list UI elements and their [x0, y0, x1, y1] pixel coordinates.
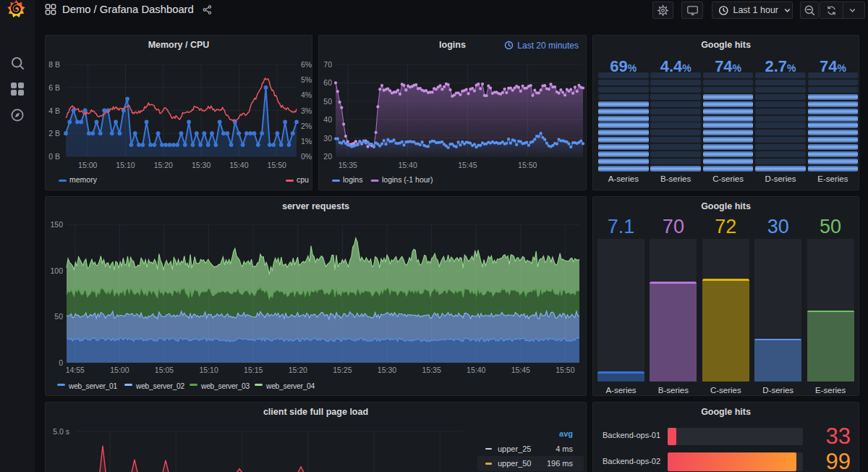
svg-text:15:00: 15:00: [78, 161, 97, 169]
svg-text:15:25: 15:25: [333, 366, 352, 374]
svg-text:8 B: 8 B: [48, 60, 60, 69]
svg-text:15:20: 15:20: [289, 366, 307, 374]
svg-text:15:10: 15:10: [199, 366, 218, 374]
svg-text:web_server_03: web_server_03: [200, 382, 250, 390]
svg-text:15:05: 15:05: [155, 366, 174, 374]
svg-text:memory: memory: [69, 175, 98, 184]
svg-text:60: 60: [323, 78, 332, 87]
svg-text:15:40: 15:40: [467, 366, 485, 374]
svg-text:14:55: 14:55: [66, 366, 85, 374]
svg-text:20: 20: [323, 152, 332, 161]
svg-text:15:20: 15:20: [154, 161, 173, 169]
svg-text:15:40: 15:40: [398, 161, 417, 169]
svg-text:web_server_04: web_server_04: [265, 382, 315, 390]
svg-text:15:35: 15:35: [339, 161, 357, 169]
svg-text:150: 150: [50, 220, 63, 229]
svg-text:3%: 3%: [301, 106, 312, 115]
svg-text:2 B: 2 B: [48, 129, 60, 138]
svg-text:6%: 6%: [301, 60, 312, 69]
svg-text:30: 30: [323, 134, 332, 143]
svg-text:15:40: 15:40: [229, 161, 248, 169]
svg-text:web_server_01: web_server_01: [68, 382, 118, 390]
svg-text:logins (-1 hour): logins (-1 hour): [382, 175, 433, 184]
svg-text:5%: 5%: [301, 75, 312, 84]
svg-text:cpu: cpu: [297, 175, 309, 184]
svg-text:5.0 s: 5.0 s: [53, 427, 69, 436]
svg-text:15:10: 15:10: [116, 161, 135, 169]
svg-text:70: 70: [323, 60, 332, 69]
svg-text:15:45: 15:45: [458, 161, 477, 169]
svg-text:4%: 4%: [301, 90, 312, 99]
svg-text:100: 100: [50, 266, 63, 275]
svg-text:15:15: 15:15: [244, 366, 263, 374]
svg-text:15:30: 15:30: [378, 366, 396, 374]
svg-text:40: 40: [323, 115, 332, 124]
svg-text:0 B: 0 B: [48, 152, 60, 161]
svg-text:15:35: 15:35: [422, 366, 441, 374]
svg-text:6 B: 6 B: [48, 83, 60, 92]
svg-text:2%: 2%: [301, 122, 312, 130]
svg-text:15:50: 15:50: [556, 366, 574, 374]
svg-text:50: 50: [323, 97, 332, 106]
svg-text:15:00: 15:00: [110, 366, 129, 374]
svg-text:0: 0: [59, 358, 63, 367]
svg-text:15:50: 15:50: [268, 161, 286, 169]
svg-text:50: 50: [54, 312, 63, 321]
svg-text:4 B: 4 B: [48, 106, 60, 115]
svg-text:web_server_02: web_server_02: [135, 382, 185, 390]
svg-text:logins: logins: [343, 175, 362, 184]
svg-text:15:50: 15:50: [518, 161, 537, 169]
svg-text:15:30: 15:30: [192, 161, 210, 169]
svg-text:15:45: 15:45: [511, 366, 530, 374]
svg-text:0%: 0%: [301, 152, 312, 161]
svg-text:1%: 1%: [301, 137, 312, 146]
